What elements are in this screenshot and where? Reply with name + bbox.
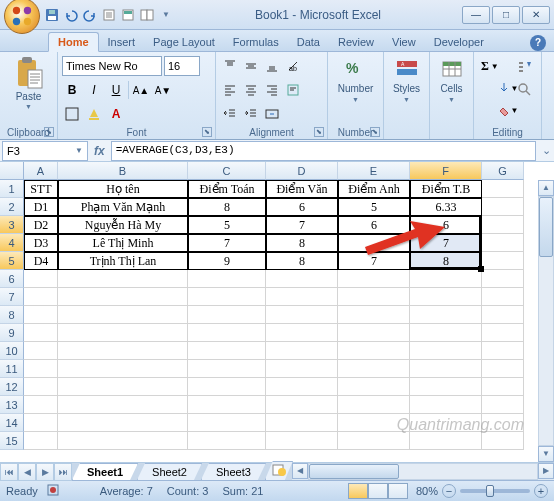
cell-G3[interactable] [482,216,524,234]
cell-B8[interactable] [58,306,188,324]
zoom-out-icon[interactable]: − [442,484,456,498]
cell-B3[interactable]: Nguyễn Hà My [58,216,188,234]
cell-F8[interactable] [410,306,482,324]
tab-review[interactable]: Review [329,33,383,51]
close-button[interactable]: ✕ [522,6,550,24]
row-header-10[interactable]: 10 [0,342,24,360]
cell-A5[interactable]: D4 [24,252,58,270]
cell-D2[interactable]: 6 [266,198,338,216]
cell-C12[interactable] [188,378,266,396]
cell-E12[interactable] [338,378,410,396]
column-header-D[interactable]: D [266,162,338,180]
cell-B15[interactable] [58,432,188,450]
redo-icon[interactable] [82,7,98,23]
cell-G6[interactable] [482,270,524,288]
cell-F4[interactable]: 7 [410,234,482,252]
row-header-7[interactable]: 7 [0,288,24,306]
cell-F11[interactable] [410,360,482,378]
decrease-font-icon[interactable]: A▼ [153,80,173,100]
tab-data[interactable]: Data [288,33,329,51]
tab-insert[interactable]: Insert [99,33,145,51]
increase-font-icon[interactable]: A▲ [131,80,151,100]
underline-button[interactable]: U [106,80,126,100]
cell-F12[interactable] [410,378,482,396]
number-launcher[interactable]: ⬊ [370,127,380,137]
cell-A12[interactable] [24,378,58,396]
styles-button[interactable]: A Styles ▼ [388,54,425,106]
maximize-button[interactable]: □ [492,6,520,24]
scroll-left-icon[interactable]: ◀ [292,463,308,479]
font-family-select[interactable] [62,56,162,76]
cell-F2[interactable]: 6.33 [410,198,482,216]
row-header-11[interactable]: 11 [0,360,24,378]
cell-A10[interactable] [24,342,58,360]
cell-A6[interactable] [24,270,58,288]
sheet-nav-prev-icon[interactable]: ◀ [18,463,36,481]
cell-D7[interactable] [266,288,338,306]
clipboard-launcher[interactable]: ⬊ [44,127,54,137]
fill-color-button[interactable] [84,104,104,124]
zoom-slider[interactable] [460,489,530,493]
fx-icon[interactable]: fx [94,144,105,158]
column-header-G[interactable]: G [482,162,524,180]
tab-page-layout[interactable]: Page Layout [144,33,224,51]
cell-B10[interactable] [58,342,188,360]
cell-E9[interactable] [338,324,410,342]
cell-G10[interactable] [482,342,524,360]
wrap-text-icon[interactable] [283,80,303,100]
cell-B14[interactable] [58,414,188,432]
tab-view[interactable]: View [383,33,425,51]
undo-icon[interactable] [63,7,79,23]
cell-D12[interactable] [266,378,338,396]
cell-D9[interactable] [266,324,338,342]
cell-F13[interactable] [410,396,482,414]
column-header-E[interactable]: E [338,162,410,180]
cell-B12[interactable] [58,378,188,396]
cell-C13[interactable] [188,396,266,414]
tab-home[interactable]: Home [48,32,99,52]
cell-E8[interactable] [338,306,410,324]
sheet-tab-sheet3[interactable]: Sheet3 [201,463,266,480]
cell-G8[interactable] [482,306,524,324]
cell-A1[interactable]: STT [24,180,58,198]
cell-B7[interactable] [58,288,188,306]
row-header-14[interactable]: 14 [0,414,24,432]
sheet-tab-sheet1[interactable]: Sheet1 [72,463,138,480]
cell-B4[interactable]: Lê Thị Minh [58,234,188,252]
macro-record-icon[interactable] [46,483,60,499]
row-header-1[interactable]: 1 [0,180,24,198]
cell-E14[interactable] [338,414,410,432]
cell-G13[interactable] [482,396,524,414]
cell-D5[interactable]: 8 [266,252,338,270]
sheet-tab-sheet2[interactable]: Sheet2 [137,463,202,480]
cell-B2[interactable]: Phạm Văn Mạnh [58,198,188,216]
cell-E10[interactable] [338,342,410,360]
row-header-12[interactable]: 12 [0,378,24,396]
row-header-3[interactable]: 3 [0,216,24,234]
row-header-15[interactable]: 15 [0,432,24,450]
scroll-down-icon[interactable]: ▼ [538,446,554,462]
cell-D8[interactable] [266,306,338,324]
cell-F3[interactable]: 6 [410,216,482,234]
cell-G4[interactable] [482,234,524,252]
cell-G11[interactable] [482,360,524,378]
cell-D3[interactable]: 7 [266,216,338,234]
cell-B11[interactable] [58,360,188,378]
cell-C15[interactable] [188,432,266,450]
cell-C4[interactable]: 7 [188,234,266,252]
merge-button[interactable] [262,104,282,124]
align-center-icon[interactable] [241,80,261,100]
align-middle-icon[interactable] [241,56,261,76]
office-button[interactable] [4,0,40,34]
bold-button[interactable]: B [62,80,82,100]
decrease-indent-icon[interactable] [220,104,240,124]
cell-F14[interactable] [410,414,482,432]
cell-G5[interactable] [482,252,524,270]
cell-C7[interactable] [188,288,266,306]
zoom-level[interactable]: 80% [416,485,438,497]
alignment-launcher[interactable]: ⬊ [314,127,324,137]
cell-E5[interactable]: 7 [338,252,410,270]
font-launcher[interactable]: ⬊ [202,127,212,137]
align-bottom-icon[interactable] [262,56,282,76]
cell-A13[interactable] [24,396,58,414]
